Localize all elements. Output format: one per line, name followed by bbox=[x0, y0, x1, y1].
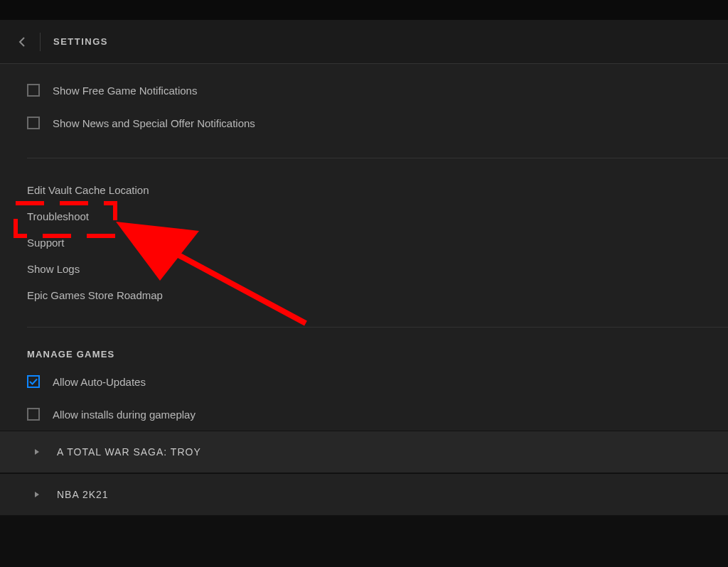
back-button[interactable] bbox=[14, 34, 30, 50]
check-icon bbox=[29, 377, 38, 386]
link-roadmap[interactable]: Epic Games Store Roadmap bbox=[27, 282, 728, 308]
settings-header: SETTINGS bbox=[0, 20, 728, 64]
row-news-offer-notifications: Show News and Special Offer Notification… bbox=[27, 107, 728, 139]
game-row-nba2k21[interactable]: NBA 2K21 bbox=[0, 473, 728, 516]
page-title: SETTINGS bbox=[53, 36, 108, 47]
window-top-strip bbox=[0, 0, 728, 20]
label-news-offer-notifications: Show News and Special Offer Notification… bbox=[53, 117, 255, 129]
label-free-game-notifications: Show Free Game Notifications bbox=[53, 85, 197, 97]
divider-1 bbox=[27, 158, 728, 158]
label-auto-updates: Allow Auto-Updates bbox=[53, 376, 146, 388]
checkbox-installs-gameplay[interactable] bbox=[27, 408, 40, 421]
triangle-right-icon bbox=[34, 448, 40, 455]
label-installs-gameplay: Allow installs during gameplay bbox=[53, 409, 196, 421]
game-row-troy[interactable]: A TOTAL WAR SAGA: TROY bbox=[0, 431, 728, 473]
game-label-nba2k21: NBA 2K21 bbox=[57, 489, 109, 500]
triangle-right-icon bbox=[34, 491, 40, 498]
row-auto-updates: Allow Auto-Updates bbox=[27, 365, 728, 398]
row-installs-gameplay: Allow installs during gameplay bbox=[27, 398, 728, 431]
checkbox-news-offer-notifications[interactable] bbox=[27, 117, 40, 129]
section-manage-games: MANAGE GAMES bbox=[27, 346, 728, 365]
settings-content: Show Free Game Notifications Show News a… bbox=[0, 64, 728, 431]
link-troubleshoot[interactable]: Troubleshoot bbox=[27, 203, 728, 230]
checkbox-auto-updates[interactable] bbox=[27, 375, 40, 388]
divider-2 bbox=[27, 327, 728, 328]
link-support[interactable]: Support bbox=[27, 230, 728, 256]
checkbox-free-game-notifications[interactable] bbox=[27, 84, 40, 97]
header-divider bbox=[40, 33, 41, 51]
row-free-game-notifications: Show Free Game Notifications bbox=[27, 74, 728, 107]
link-show-logs[interactable]: Show Logs bbox=[27, 256, 728, 282]
chevron-left-icon bbox=[18, 37, 26, 47]
link-edit-vault-cache[interactable]: Edit Vault Cache Location bbox=[27, 177, 728, 203]
game-label-troy: A TOTAL WAR SAGA: TROY bbox=[57, 446, 201, 458]
